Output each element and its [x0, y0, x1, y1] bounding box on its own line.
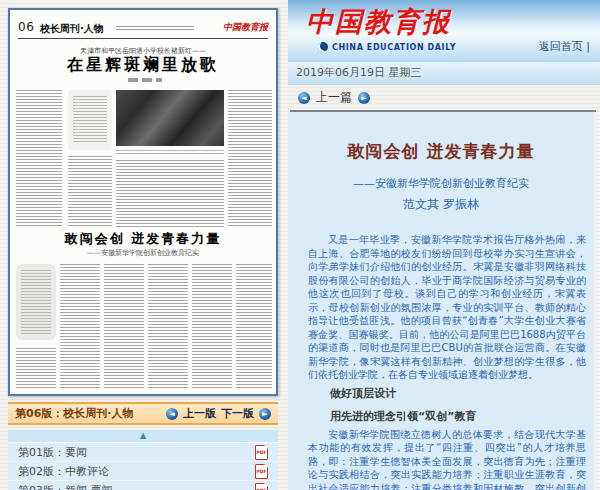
scan-article1-byline — [128, 78, 162, 82]
current-page-label: 第06版：校长周刊·人物 — [15, 406, 134, 421]
newsprint-text-column — [236, 264, 272, 390]
pull-quote-box — [68, 90, 112, 150]
article-body: 又是一年毕业季，安徽新华学院学术报告厅格外热闹，来自上海、合肥等地的校友们纷纷回… — [308, 233, 586, 490]
newsprint-text-column — [16, 348, 56, 390]
scan-masthead-meta — [116, 26, 194, 32]
next-page-link[interactable]: 下一版 — [221, 406, 254, 421]
article-paragraph-1: 又是一年毕业季，安徽新华学院学术报告厅格外热闹，来自上海、合肥等地的校友们纷纷回… — [308, 233, 586, 382]
newsprint-text-column — [148, 264, 188, 390]
scan-article2-headline: 敢闯会创 迸发青春力量 — [10, 230, 276, 248]
prev-page-icon[interactable]: ◄ — [166, 408, 178, 420]
site-header: 中国教育报 CHINA EDUCATION DAILY 返回首页 | — [288, 0, 600, 62]
photo-caption — [116, 150, 224, 154]
article1-photo — [116, 90, 224, 146]
page-list-item-03[interactable]: 第03版：新闻·要闻 PDF — [8, 481, 278, 490]
globe-icon — [318, 42, 328, 52]
page-list-collapse[interactable]: ▲ — [8, 430, 278, 443]
prev-article-icon[interactable]: ◄ — [298, 92, 310, 104]
page-list: ▲ 第01版：要闻 PDF 第02版：中教评论 PDF 第03版：新闻·要闻 P… — [8, 430, 278, 490]
home-link[interactable]: 返回首页 — [539, 40, 583, 53]
page-item-label: 第03版：新闻·要闻 — [18, 483, 113, 490]
article-heading-2: 用先进的理念引领“双创”教育 — [308, 405, 586, 428]
article-heading-1: 做好顶层设计 — [308, 382, 586, 405]
article-title: 敢闯会创 迸发青春力量 — [294, 140, 588, 163]
scan-article2-subtitle: ——安徽新华学院创新创业教育纪实 — [10, 248, 276, 258]
site-logo-english: CHINA EDUCATION DAILY — [332, 43, 456, 52]
newspaper-page-image[interactable]: 06 校长周刊·人物 中国教育报 天津市和平区岳阳道小学校长褚新红—— 在星辉斑… — [8, 8, 278, 396]
epaper-page: 06 校长周刊·人物 中国教育报 天津市和平区岳阳道小学校长褚新红—— 在星辉斑… — [0, 0, 600, 490]
next-page-icon[interactable]: ► — [259, 408, 271, 420]
date-bar: 2019年06月19日 星期三 — [288, 62, 600, 85]
article-authors: 范文其 罗振林 — [294, 196, 588, 213]
scan-section-name: 校长周刊·人物 — [40, 22, 104, 36]
newsprint-text-column — [228, 90, 272, 228]
page-nav-bar: 第06版：校长周刊·人物 ◄ 上一版 下一版 ► — [8, 402, 278, 425]
page-item-label: 第01版：要闻 — [18, 445, 87, 460]
next-article-icon[interactable]: ► — [358, 92, 370, 104]
pdf-icon[interactable]: PDF — [255, 445, 268, 460]
newsprint-text-column — [192, 264, 232, 390]
newsprint-text-column — [16, 90, 62, 228]
scan-section-header: 06 校长周刊·人物 中国教育报 — [18, 20, 268, 39]
pdf-icon[interactable]: PDF — [255, 464, 268, 479]
pdf-icon[interactable]: PDF — [255, 483, 268, 490]
newsprint-text-column — [104, 264, 144, 390]
prev-page-link[interactable]: 上一版 — [183, 406, 216, 421]
article-paragraph-2: 安徽新华学院围绕立德树人的总体要求，结合现代大学基本功能的有效发挥，提出了“四注… — [308, 428, 586, 490]
site-logo: 中国教育报 — [306, 4, 451, 40]
page-list-item-02[interactable]: 第02版：中教评论 PDF — [8, 462, 278, 481]
page-item-label: 第02版：中教评论 — [18, 464, 109, 479]
newsprint-text-column — [116, 160, 224, 228]
page-list-item-01[interactable]: 第01版：要闻 PDF — [8, 443, 278, 462]
scan-section-number: 06 — [18, 20, 34, 34]
collapse-triangle-icon: ▲ — [140, 431, 146, 440]
scan-article1-headline: 在星辉斑斓里放歌 — [10, 55, 276, 76]
date-text: 2019年06月19日 星期三 — [296, 66, 422, 79]
link-separator: | — [586, 40, 590, 53]
prev-article-link[interactable]: 上一篇 — [316, 89, 352, 106]
newsprint-text-column — [68, 156, 112, 228]
newsprint-text-column — [60, 264, 100, 390]
article-subtitle: ——安徽新华学院创新创业教育纪实 — [294, 176, 588, 191]
article-nav-row: ◄ 上一篇 ► — [288, 85, 600, 110]
scan-masthead-logo: 中国教育报 — [223, 21, 268, 34]
article-panel: 敢闯会创 迸发青春力量 ——安徽新华学院创新创业教育纪实 范文其 罗振林 又是一… — [288, 112, 594, 490]
article2-lede-box — [16, 264, 56, 340]
